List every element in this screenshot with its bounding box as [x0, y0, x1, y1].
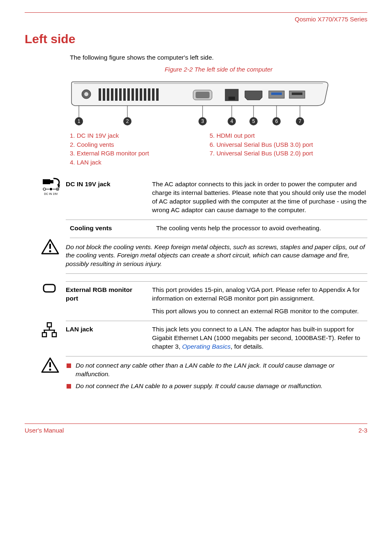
warning-lan-item: Do not connect any cable other than a LA…: [66, 361, 367, 379]
svg-point-1: [84, 92, 88, 96]
svg-rect-22: [271, 93, 282, 95]
legend-item: 1. DC IN 19V jack: [70, 131, 193, 140]
spec-desc-rgb-p1: This port provides 15-pin, analog VGA po…: [152, 286, 367, 303]
spec-desc-rgb: This port provides 15-pin, analog VGA po…: [152, 286, 367, 316]
spec-desc-lan: This jack lets you connect to a LAN. The…: [152, 325, 367, 351]
header-series: Qosmio X770/X775 Series: [25, 15, 367, 23]
svg-rect-13: [144, 88, 146, 101]
svg-text:1: 1: [78, 118, 81, 124]
diagram-legend: 1. DC IN 19V jack 2. Cooling vents 3. Ex…: [70, 131, 367, 167]
svg-rect-7: [119, 88, 122, 101]
svg-text:3: 3: [201, 118, 204, 124]
spec-desc-rgb-p2: This port allows you to connect an exter…: [152, 307, 367, 316]
svg-rect-56: [49, 244, 51, 249]
svg-rect-46: [43, 179, 50, 184]
svg-rect-67: [49, 362, 51, 367]
header-rule: [25, 12, 367, 13]
svg-point-57: [49, 250, 51, 252]
svg-rect-58: [44, 285, 55, 292]
svg-rect-2: [99, 88, 101, 101]
svg-text:5: 5: [252, 118, 255, 124]
svg-point-48: [43, 188, 46, 190]
svg-rect-15: [152, 88, 154, 101]
spec-term-lan: LAN jack: [66, 325, 148, 351]
spec-term-rgb: External RGB monitor port: [66, 286, 148, 316]
warning-lan-item: Do not connect the LAN cable to a power …: [66, 382, 367, 391]
svg-text:2: 2: [126, 118, 129, 124]
figure-caption: Figure 2-2 The left side of the computer: [70, 65, 367, 74]
footer-right: 2-3: [358, 426, 367, 435]
lan-icon: [41, 321, 66, 341]
svg-text:4: 4: [231, 118, 233, 124]
svg-rect-4: [107, 88, 109, 101]
warning-icon: [41, 356, 66, 376]
operating-basics-link[interactable]: Operating Basics: [182, 343, 231, 350]
spec-desc-dcin: The AC adaptor connects to this jack in …: [152, 180, 367, 215]
svg-rect-5: [111, 88, 113, 101]
dc-plug-icon: DC IN 19V: [41, 176, 66, 198]
warning-cooling-text: Do not block the cooling vents. Keep for…: [66, 243, 367, 269]
svg-rect-6: [115, 88, 118, 101]
legend-item: 6. Universal Serial Bus (USB 3.0) port: [210, 140, 313, 149]
svg-rect-24: [292, 93, 302, 95]
svg-rect-12: [140, 88, 142, 101]
legend-item: 3. External RGB monitor port: [70, 149, 193, 158]
svg-rect-14: [148, 88, 150, 101]
svg-rect-59: [47, 323, 51, 327]
svg-text:DC IN 19V: DC IN 19V: [44, 192, 58, 195]
monitor-port-icon: [41, 281, 66, 297]
legend-item: 4. LAN jack: [70, 158, 193, 167]
svg-rect-64: [42, 333, 46, 337]
intro-text: The following figure shows the computer'…: [70, 53, 367, 62]
svg-point-53: [57, 189, 58, 190]
svg-rect-65: [52, 333, 56, 337]
svg-rect-18: [196, 92, 210, 98]
footer-left: User's Manual: [25, 426, 64, 435]
left-side-diagram: 1 2 3 4 5 6 7: [70, 78, 367, 127]
svg-rect-9: [127, 88, 130, 101]
spec-desc-cooling: The cooling vents help the processor to …: [156, 224, 367, 233]
svg-rect-16: [156, 88, 159, 101]
legend-item: 7. Universal Serial Bus (USB 2.0) port: [210, 149, 313, 158]
svg-point-68: [49, 368, 51, 370]
section-title: Left side: [25, 31, 367, 48]
legend-item: 2. Cooling vents: [70, 140, 193, 149]
svg-point-50: [50, 188, 52, 190]
spec-term-cooling: Cooling vents: [70, 224, 152, 233]
lan-desc-post: , for details.: [231, 343, 263, 350]
svg-text:7: 7: [299, 118, 302, 124]
svg-rect-3: [103, 88, 105, 101]
svg-rect-20: [228, 97, 235, 100]
svg-text:6: 6: [275, 118, 278, 124]
svg-rect-10: [131, 88, 134, 101]
legend-item: 5. HDMI out port: [210, 131, 313, 140]
spec-term-dcin: DC IN 19V jack: [66, 180, 148, 215]
svg-rect-11: [136, 88, 138, 101]
svg-rect-8: [123, 88, 126, 101]
warning-icon: [41, 238, 66, 258]
